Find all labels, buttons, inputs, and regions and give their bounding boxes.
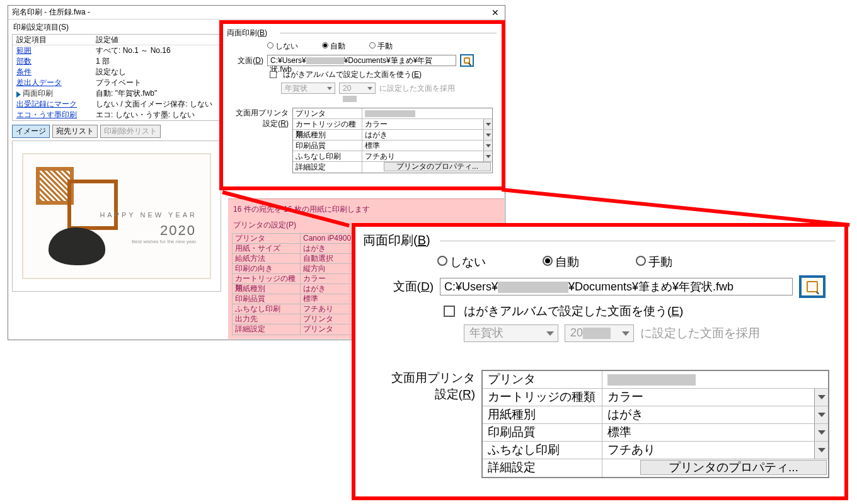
album-year-dropdown[interactable]: 20 [339,83,376,94]
window-title: 宛名印刷 - 住所録.fwa - [12,7,90,18]
radio-auto[interactable]: 自動 [322,41,345,52]
greeting-text: HAPPY NEW YEAR [100,211,197,219]
close-button[interactable]: ✕ [488,8,502,18]
album-after-text: に設定した文面を採用 [379,83,455,94]
highlight-frame-duplex-zoom: 両面印刷(B) しない 自動 手動 文面(D) C:¥Users¥¥Docume… [352,223,848,500]
chevron-down-icon [814,442,828,459]
bunmen-printer-table: プリンタ カートリッジの種類カラー 用紙種別はがき 印刷品質標準 ふちなし印刷フ… [292,108,493,173]
preview-pane: HAPPY NEW YEAR 2020 Best wishes for the … [12,140,221,292]
mouse-illustration [49,227,105,265]
use-album-checkbox-zoom[interactable] [444,306,455,317]
decoration [67,180,118,230]
chevron-down-icon [483,140,492,151]
chevron-down-icon [814,424,828,441]
bunmen-label-zoom: 文面(D) [364,278,434,295]
browse-icon [807,281,818,292]
album-type-dropdown-zoom[interactable]: 年賀状 [464,324,558,342]
printer-properties-button[interactable]: プリンタのプロパティ... [384,162,491,171]
radio-manual-zoom[interactable]: 手動 [636,254,672,270]
duplex-group-title: 両面印刷(B) [223,24,502,40]
printer-properties-button-zoom[interactable]: プリンタのプロパティ... [640,460,827,475]
subtext: Best wishes for the new year. [132,239,197,244]
chevron-down-icon [483,130,492,140]
highlight-frame-duplex-small: 両面印刷(B) しない 自動 手動 文面(D) C:¥Users¥¥Docume… [219,20,505,190]
year-text: 2020 [160,222,196,239]
chevron-down-icon [483,151,492,161]
use-album-label: はがきアルバムで設定した文面を使う(E) [283,69,422,80]
titlebar: 宛名印刷 - 住所録.fwa - ✕ [8,6,505,20]
bunmen-printer-label: 文面用プリンタ 設定(R) [228,108,289,129]
bunmen-printer-label-zoom: 文面用プリンタ 設定(R) [364,370,475,403]
album-after-text-zoom: に設定した文面を採用 [640,325,760,341]
use-album-checkbox[interactable] [270,71,277,78]
tab-excludelist: 印刷除外リスト [100,125,161,138]
radio-none[interactable]: しない [267,41,298,52]
postcard-preview: HAPPY NEW YEAR 2020 Best wishes for the … [22,153,211,279]
radio-auto-zoom[interactable]: 自動 [543,254,579,270]
chevron-down-icon [483,119,492,129]
tab-image[interactable]: イメージ [12,125,50,138]
album-type-dropdown[interactable]: 年賀状 [281,83,335,94]
browse-icon [464,57,470,64]
bunmen-printer-table-zoom: プリンタ カートリッジの種類カラー 用紙種別はがき 印刷品質標準 ふちなし印刷フ… [481,370,829,478]
duplex-group-title-zoom: 両面印刷(B) [355,227,844,251]
chevron-down-icon [814,406,828,423]
callout-line [502,188,850,227]
browse-button[interactable] [460,54,474,67]
radio-none-zoom[interactable]: しない [437,254,486,270]
chevron-down-icon [814,389,828,406]
radio-manual[interactable]: 手動 [369,41,393,52]
album-year-dropdown-zoom[interactable]: 20 [565,324,634,342]
use-album-label-zoom: はがきアルバムで設定した文面を使う(E) [464,303,683,319]
browse-button-zoom[interactable] [799,275,825,298]
tab-addresslist[interactable]: 宛先リスト [52,125,98,138]
bunmen-label: 文面(D) [228,55,263,66]
bunmen-path-input-zoom[interactable]: C:¥Users¥¥Documents¥筆まめ¥年賀状.fwb [440,278,793,295]
bunmen-path-input[interactable]: C:¥Users¥¥Documents¥筆まめ¥年賀状.fwb [267,55,456,66]
